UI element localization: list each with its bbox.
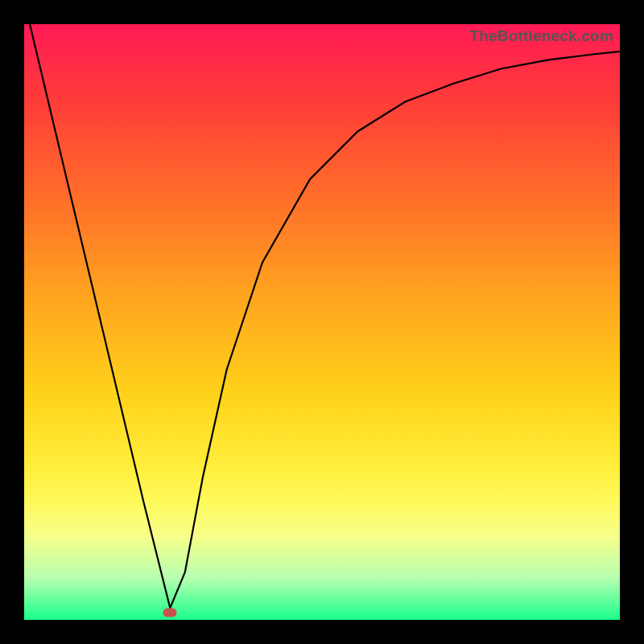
minimum-marker [163, 609, 177, 617]
curve-svg [24, 24, 620, 620]
plot-area: TheBottleneck.com [24, 24, 620, 620]
bottleneck-curve-path [24, 24, 620, 608]
chart-frame: TheBottleneck.com [0, 0, 644, 644]
